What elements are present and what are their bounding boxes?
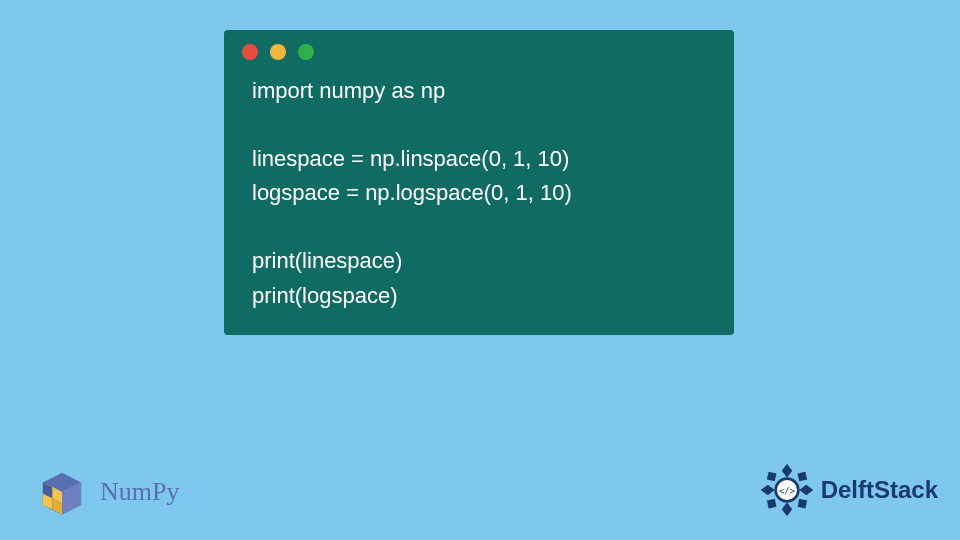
svg-marker-10: [767, 472, 777, 482]
code-line: print(logspace): [252, 283, 398, 308]
svg-marker-12: [767, 499, 777, 509]
svg-marker-6: [781, 464, 792, 478]
delftstack-badge: </> DelftStack: [759, 462, 938, 518]
numpy-logo-icon: [34, 464, 90, 520]
window-maximize-icon: [298, 44, 314, 60]
svg-text:</>: </>: [779, 486, 795, 496]
code-window: import numpy as np linespace = np.linspa…: [224, 30, 734, 335]
code-block: import numpy as np linespace = np.linspa…: [224, 68, 734, 313]
delftstack-logo-icon: </>: [759, 462, 815, 518]
window-titlebar: [224, 30, 734, 68]
code-line: linespace = np.linspace(0, 1, 10): [252, 146, 569, 171]
window-minimize-icon: [270, 44, 286, 60]
svg-marker-7: [781, 502, 792, 516]
numpy-badge: NumPy: [34, 464, 179, 520]
numpy-label: NumPy: [100, 477, 179, 507]
code-line: import numpy as np: [252, 78, 445, 103]
svg-marker-8: [760, 485, 774, 496]
delftstack-label: DelftStack: [821, 476, 938, 504]
code-line: logspace = np.logspace(0, 1, 10): [252, 180, 572, 205]
window-close-icon: [242, 44, 258, 60]
svg-marker-9: [799, 485, 813, 496]
svg-marker-13: [797, 499, 807, 509]
code-line: print(linespace): [252, 248, 402, 273]
svg-marker-11: [797, 472, 807, 482]
